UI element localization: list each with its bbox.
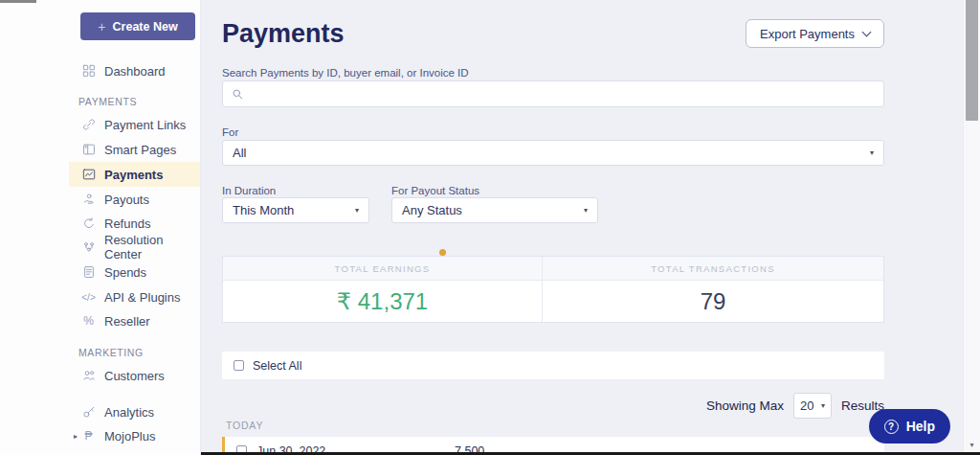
export-payments-button[interactable]: Export Payments [746, 19, 884, 48]
sidebar-item-customers[interactable]: Customers [69, 363, 200, 388]
sidebar-item-label: Customers [104, 369, 165, 383]
plus-icon: + [98, 19, 105, 34]
page-header: Payments Export Payments [222, 17, 884, 50]
sidebar-item-label: Reseller [104, 314, 150, 329]
sidebar-item-label: API & Plugins [104, 290, 181, 305]
sidebar-item-analytics[interactable]: Analytics [69, 399, 200, 424]
code-icon: </> [81, 290, 96, 305]
sidebar-item-api-plugins[interactable]: </> API & Plugins [69, 284, 200, 309]
sidebar-item-label: Spends [104, 265, 146, 280]
sidebar-section-marketing: MARKETING [78, 347, 144, 358]
create-new-button[interactable]: + Create New [80, 12, 195, 40]
total-earnings-value: ₹ 41,371 [223, 281, 543, 322]
stats-header-row: TOTAL EARNINGS TOTAL TRANSACTIONS [223, 257, 883, 281]
percent-icon: % [81, 314, 96, 329]
for-select[interactable]: All ▾ [222, 140, 884, 166]
payout-status-select[interactable]: Any Status ▾ [391, 197, 598, 223]
search-label: Search Payments by ID, buyer email, or I… [222, 67, 469, 79]
sidebar-item-label: Analytics [104, 405, 154, 420]
sidebar-item-resolution-center[interactable]: Resolution Center [69, 235, 200, 260]
mojo-currency-icon: ₱ [81, 429, 96, 444]
showing-max-row: Showing Max 20 ▾ Results [222, 393, 884, 419]
sidebar-item-payment-links[interactable]: Payment Links [69, 112, 200, 137]
cursor-dot [439, 249, 446, 256]
showing-max-label: Showing Max [706, 398, 784, 413]
sidebar-item-payouts[interactable]: Payouts [69, 187, 200, 212]
caret-down-icon: ▾ [584, 206, 588, 215]
sidebar: + Create New Dashboard PAYMENTS Payment … [0, 0, 201, 455]
total-transactions-header: TOTAL TRANSACTIONS [543, 257, 883, 280]
link-icon [81, 118, 96, 132]
sidebar-item-reseller[interactable]: % Reseller [69, 308, 200, 333]
stats-table: TOTAL EARNINGS TOTAL TRANSACTIONS ₹ 41,3… [222, 256, 884, 323]
window-icon [81, 143, 96, 157]
group-label-today: TODAY [226, 420, 263, 431]
caret-down-icon: ▾ [355, 206, 359, 215]
search-input[interactable] [251, 87, 875, 102]
scrollbar-thumb[interactable] [966, 0, 978, 121]
max-results-value: 20 [800, 398, 813, 413]
grid-icon [81, 64, 96, 79]
sidebar-item-label: Payment Links [104, 118, 186, 132]
question-icon: ? [884, 420, 899, 434]
export-payments-label: Export Payments [760, 27, 855, 41]
select-all-row[interactable]: Select All [222, 352, 884, 379]
page-title: Payments [222, 19, 345, 49]
line-chart-icon [81, 168, 96, 182]
sidebar-item-dashboard[interactable]: Dashboard [69, 58, 200, 83]
chevron-down-icon [862, 28, 872, 37]
sidebar-item-label: Payouts [104, 193, 149, 207]
scrollbar-down-arrow-icon[interactable]: ▾ [964, 441, 980, 449]
screenshot-artifact [0, 0, 36, 3]
payout-hand-icon [81, 193, 96, 207]
main-panel: Payments Export Payments Search Payments… [202, 0, 963, 455]
refund-arrow-icon [81, 216, 96, 231]
search-icon [232, 88, 244, 101]
caret-down-icon: ▾ [821, 401, 825, 410]
expand-caret-icon[interactable]: ▸ [70, 432, 81, 441]
sidebar-item-spends[interactable]: Spends [69, 260, 200, 284]
sidebar-item-label: Payments [104, 168, 163, 182]
sidebar-item-label: MojoPlus [104, 429, 155, 444]
key-icon [81, 405, 96, 420]
max-results-select[interactable]: 20 ▾ [793, 393, 832, 419]
vertical-scrollbar[interactable]: ▾ [963, 0, 980, 455]
people-network-icon [81, 240, 96, 255]
sidebar-item-payments[interactable]: Payments [69, 162, 200, 187]
duration-select-value: This Month [233, 203, 294, 217]
duration-select[interactable]: This Month ▾ [222, 197, 369, 223]
sidebar-section-payments: PAYMENTS [78, 96, 137, 107]
help-button[interactable]: ? Help [869, 409, 950, 444]
total-earnings-header: TOTAL EARNINGS [223, 257, 543, 280]
create-new-label: Create New [113, 20, 178, 34]
sidebar-item-mojoplus[interactable]: ▸ ₱ MojoPlus [69, 423, 200, 448]
for-label: For [222, 126, 238, 138]
sidebar-item-label: Dashboard [104, 64, 166, 79]
sidebar-item-label: Refunds [104, 216, 150, 231]
search-box [222, 80, 884, 107]
people-icon [81, 369, 96, 383]
sidebar-item-smart-pages[interactable]: Smart Pages [69, 137, 200, 162]
select-all-checkbox[interactable] [234, 360, 244, 371]
total-transactions-value: 79 [543, 281, 883, 322]
stats-value-row: ₹ 41,371 79 [223, 281, 883, 322]
for-select-value: All [233, 146, 246, 160]
caret-down-icon: ▾ [870, 148, 874, 157]
help-label: Help [906, 419, 935, 434]
duration-label: In Duration [222, 185, 276, 196]
sidebar-item-label: Resolution Center [104, 233, 200, 262]
select-all-label: Select All [253, 359, 301, 373]
payout-status-label: For Payout Status [391, 185, 479, 196]
payments-dashboard-screen: + Create New Dashboard PAYMENTS Payment … [0, 0, 980, 455]
sidebar-item-label: Smart Pages [104, 143, 176, 157]
payout-status-value: Any Status [402, 203, 462, 217]
receipt-icon [81, 265, 96, 280]
